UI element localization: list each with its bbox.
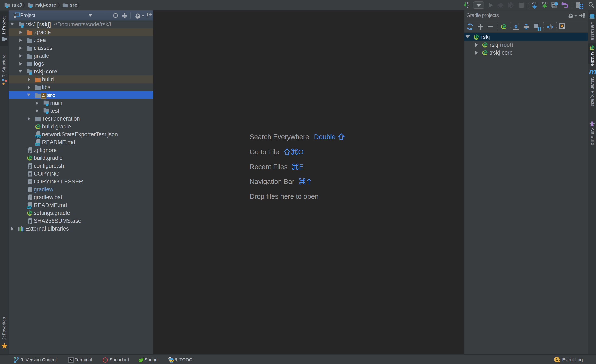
- svg-text:VCS: VCS: [532, 1, 537, 5]
- svg-text:01: 01: [467, 2, 469, 4]
- svg-text:01: 01: [467, 6, 469, 8]
- svg-text:10: 10: [467, 4, 469, 6]
- svg-text:1: 1: [556, 357, 558, 362]
